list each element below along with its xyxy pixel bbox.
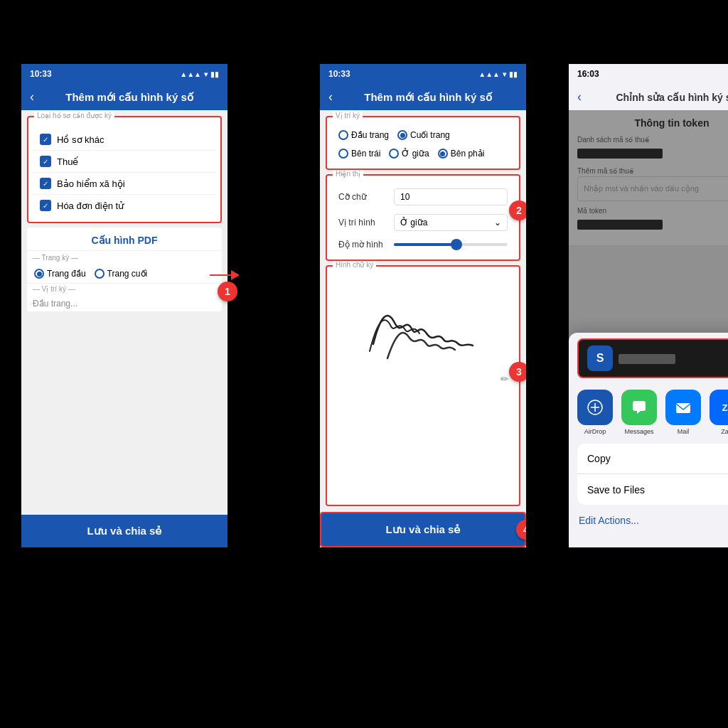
- hien-thi-label: Hiện thị: [333, 170, 363, 178]
- phone3-time: 16:03: [577, 69, 599, 79]
- radio-outer-1: [34, 269, 44, 279]
- zalo-icon: Za: [710, 390, 728, 425]
- dropdown-icon: ⌄: [494, 218, 501, 228]
- main-container: 10:33 ▲▲▲ ▾ ▮▮ ‹ Thêm mới cấu hình ký số…: [0, 0, 728, 611]
- vi-tri-hinh-label: Vị trí hình: [338, 218, 388, 228]
- save-to-files-action[interactable]: Save to Files 📁: [577, 474, 728, 505]
- phone2-header: ‹ Thêm mới cấu hình ký số: [320, 84, 526, 110]
- mail-label: Mail: [678, 428, 690, 435]
- phone1-wrapper: 10:33 ▲▲▲ ▾ ▮▮ ‹ Thêm mới cấu hình ký số…: [11, 64, 228, 547]
- phone1-status-icons: ▲▲▲ ▾ ▮▮: [180, 70, 219, 78]
- p2-back-button[interactable]: ‹: [328, 90, 333, 105]
- cb-hoadon-label: Hóa đơn điện tử: [57, 200, 124, 211]
- signal-icon: ▲▲▲: [180, 70, 201, 78]
- checkbox-baohiem[interactable]: ✓ Bảo hiểm xã hội: [33, 173, 216, 195]
- wifi-icon: ▾: [204, 70, 208, 78]
- phone2-btn-wrapper: Lưu và chia sẻ 4: [320, 512, 526, 547]
- radio-trang-cuoi[interactable]: Trang cuối: [95, 269, 148, 279]
- zalo-icon-item[interactable]: Za Zalo: [710, 390, 728, 435]
- airdrop-icon-item[interactable]: AirDrop: [577, 390, 613, 435]
- hien-thi-section: Hiện thị Cỡ chữ 10 Vị trí hình Ở giữa ⌄: [326, 174, 520, 261]
- step2-badge: 2: [509, 200, 526, 220]
- share-icons-row: AirDrop Messages Mail: [569, 384, 728, 441]
- messages-icon-item[interactable]: Messages: [621, 390, 657, 435]
- back-button[interactable]: ‹: [30, 90, 34, 105]
- share-sheet: S ✕ 5: [569, 333, 728, 547]
- radio-cuoi-inner: [400, 133, 405, 138]
- radio-ben-trai[interactable]: Bên trái: [338, 149, 380, 159]
- radio-ben-phai[interactable]: Bên phải: [438, 149, 485, 159]
- co-chu-label: Cỡ chữ: [338, 192, 388, 202]
- cb-thue-icon: ✓: [40, 156, 51, 167]
- share-app-icon: S: [587, 346, 613, 371]
- checkbox-ho-so[interactable]: ✓ Hồ sơ khác: [33, 129, 216, 151]
- blurred-app-name: [619, 354, 675, 364]
- checkbox-thue[interactable]: ✓ Thuế: [33, 151, 216, 173]
- slider-fill: [394, 243, 456, 246]
- signature-area: ✏: [331, 277, 515, 390]
- svg-rect-1: [676, 403, 690, 413]
- trang-ky-label: — Trang ký —: [27, 250, 222, 264]
- radio-dau-outer: [338, 130, 348, 140]
- mail-icon-item[interactable]: Mail: [665, 390, 701, 435]
- share-app-row[interactable]: S ✕: [577, 338, 728, 378]
- arrow-line: [210, 274, 231, 276]
- cb-ho-so-label: Hồ sơ khác: [57, 134, 105, 145]
- radio-dau-trang[interactable]: Đầu trang: [338, 130, 389, 140]
- phone2-title: Thêm mới cấu hình ký số: [338, 91, 518, 104]
- radio-benphai-outer: [438, 149, 448, 159]
- phone3-status-bar: 16:03 ▲▲▲ ▾ ▮▮: [569, 64, 728, 84]
- cb-hoadon-icon: ✓: [40, 200, 51, 211]
- phone1-save-btn[interactable]: Lưu và chia sẻ: [21, 515, 228, 547]
- edit-actions-item[interactable]: Edit Actions...: [569, 508, 728, 533]
- hinh-chu-ky-section: Hình chữ ký ✏ 3: [326, 265, 520, 506]
- phone2-time: 10:33: [328, 69, 350, 79]
- step3-badge: 3: [509, 362, 526, 382]
- messages-icon: [621, 390, 657, 425]
- do-mo-label: Độ mờ hình: [338, 240, 388, 250]
- radio-trang-dau[interactable]: Trang đầu: [34, 269, 86, 279]
- vi-tri-row1: Đầu trang Cuối trang: [331, 126, 515, 144]
- phone3-title: Chỉnh sửa cấu hình ký số: [587, 92, 728, 103]
- loai-ho-so-label: Loại hồ sơ cần được ký: [34, 112, 114, 119]
- do-mo-row: Độ mờ hình: [331, 235, 515, 254]
- radio-bentrai-outer: [338, 149, 348, 159]
- phone3-header: ‹ Chỉnh sửa cấu hình ký số: [569, 84, 728, 110]
- copy-action[interactable]: Copy ⎘: [577, 444, 728, 474]
- radio-dau-label: Đầu trang: [351, 130, 389, 140]
- phone1-time: 10:33: [30, 69, 52, 79]
- phone3: 16:03 ▲▲▲ ▾ ▮▮ ‹ Chỉnh sửa cấu hình ký s…: [569, 64, 728, 547]
- checkbox-hoadon[interactable]: ✓ Hóa đơn điện tử: [33, 195, 216, 216]
- radio-trang-cuoi-label: Trang cuối: [107, 269, 148, 279]
- phone2: 10:33 ▲▲▲ ▾ ▮▮ ‹ Thêm mới cấu hình ký số…: [320, 64, 526, 547]
- slider-track: [394, 243, 508, 246]
- cb-thue-label: Thuế: [57, 156, 78, 167]
- radio-cuoi-trang[interactable]: Cuối trang: [397, 130, 450, 140]
- vi-tri-hinh-row: Vị trí hình Ở giữa ⌄: [331, 210, 515, 235]
- step1-badge: 1: [218, 282, 237, 301]
- arrow-1-2: [210, 270, 240, 280]
- dau-trang-placeholder: Đầu trang...: [27, 296, 222, 311]
- vi-tri-section: Vị trí ký Đầu trang Cuối trang: [326, 116, 520, 170]
- radio-bentrai-label: Bên trái: [351, 149, 380, 159]
- zalo-label: Zalo: [721, 428, 728, 435]
- copy-label: Copy: [587, 453, 611, 464]
- phone3-body: Thông tin token Danh sách mã số thuế Thê…: [569, 110, 728, 547]
- phone2-body: Vị trí ký Đầu trang Cuối trang: [320, 110, 526, 512]
- vi-tri-label: Vị trí ký: [333, 112, 363, 119]
- co-chu-row: Cỡ chữ 10: [331, 184, 515, 210]
- co-chu-input[interactable]: 10: [394, 188, 508, 205]
- p3-back-button[interactable]: ‹: [577, 90, 582, 105]
- share-app-wrapper: S ✕ 5: [569, 338, 728, 378]
- airdrop-label: AirDrop: [584, 428, 606, 435]
- airdrop-icon: [577, 390, 613, 425]
- arrow-head: [231, 270, 240, 280]
- radio-o-giua[interactable]: Ở giữa: [389, 149, 429, 159]
- slider-thumb[interactable]: [451, 239, 462, 250]
- radio-trang-dau-label: Trang đầu: [47, 269, 86, 279]
- radio-inner-1: [37, 272, 42, 277]
- vi-tri-hinh-select[interactable]: Ở giữa ⌄: [394, 214, 508, 231]
- phone2-save-btn[interactable]: Lưu và chia sẻ: [321, 513, 525, 546]
- slider-container[interactable]: [394, 243, 508, 246]
- trang-radio-group: Trang đầu Trang cuối: [27, 264, 222, 283]
